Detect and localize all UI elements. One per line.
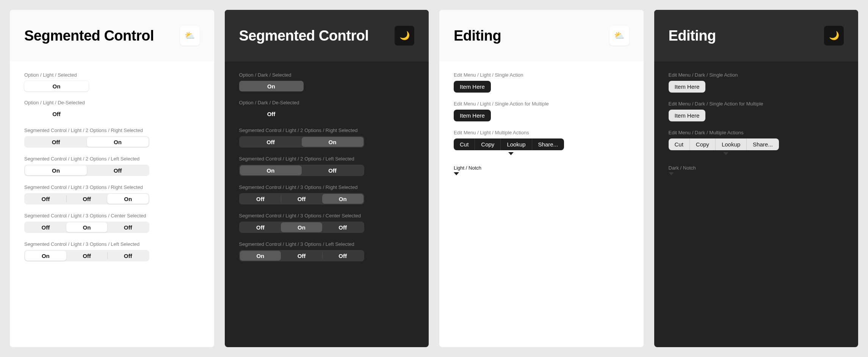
edit-menu[interactable]: Cut Copy Lookup Share... xyxy=(454,138,564,150)
edit-menu-item-copy[interactable]: Copy xyxy=(689,138,715,150)
seg-option[interactable]: Off xyxy=(25,194,66,204)
group-label: Segmented Control / Light / 3 Options / … xyxy=(24,241,200,247)
seg-3-right-group: Segmented Control / Light / 3 Options / … xyxy=(239,184,415,204)
segmented-control[interactable]: On Off Off xyxy=(24,250,149,261)
seg-2-left-group: Segmented Control / Light / 2 Options / … xyxy=(239,156,415,176)
seg-3-center-group: Segmented Control / Light / 3 Options / … xyxy=(239,213,415,233)
panel-header: Editing 🌙 xyxy=(654,10,859,61)
edit-menu[interactable]: Cut Copy Lookup Share... xyxy=(669,138,779,150)
group-label: Edit Menu / Light / Single Action for Mu… xyxy=(454,101,629,107)
seg-option[interactable]: Off xyxy=(281,194,322,204)
caret-down-icon xyxy=(723,150,729,157)
edit-menu-item[interactable]: Item Here xyxy=(454,81,491,93)
group-label: Edit Menu / Dark / Single Action xyxy=(669,72,844,78)
segmented-control[interactable]: On Off Off xyxy=(239,250,364,261)
group-label: Segmented Control / Light / 3 Options / … xyxy=(239,184,415,190)
seg-option[interactable]: On xyxy=(107,194,149,204)
option-selected[interactable]: On xyxy=(24,81,89,91)
seg-option[interactable]: On xyxy=(240,165,302,175)
seg-option[interactable]: Off xyxy=(322,251,363,261)
seg-option[interactable]: On xyxy=(87,137,149,147)
edit-menu-item-share[interactable]: Share... xyxy=(532,138,564,150)
seg-option[interactable]: On xyxy=(240,251,281,261)
group-label: Segmented Control / Light / 3 Options / … xyxy=(24,184,200,190)
group-label: Option / Light / Selected xyxy=(24,72,200,78)
seg-3-right-group: Segmented Control / Light / 3 Options / … xyxy=(24,184,200,204)
group-label: Segmented Control / Light / 2 Options / … xyxy=(239,156,415,162)
seg-option[interactable]: Off xyxy=(302,165,363,175)
edit-menu-item[interactable]: Item Here xyxy=(669,81,706,93)
edit-menu-item[interactable]: Item Here xyxy=(454,110,491,121)
editing-panel-dark: Editing 🌙 Edit Menu / Dark / Single Acti… xyxy=(654,10,859,347)
seg-option[interactable]: On xyxy=(322,194,363,204)
option-selected[interactable]: On xyxy=(239,81,304,91)
seg-option[interactable]: Off xyxy=(25,222,66,232)
seg-option[interactable]: On xyxy=(281,222,322,232)
seg-option[interactable]: Off xyxy=(240,222,281,232)
segmented-control[interactable]: Off Off On xyxy=(24,193,149,204)
edit-menu-item-cut[interactable]: Cut xyxy=(454,138,475,150)
seg-option[interactable]: On xyxy=(302,137,363,147)
edit-menu-item-lookup[interactable]: Lookup xyxy=(715,138,746,150)
edit-menu[interactable]: Item Here xyxy=(454,110,491,121)
notch-group: Light / Notch xyxy=(454,165,629,175)
seg-option[interactable]: Off xyxy=(66,194,108,204)
segmented-control[interactable]: Off On xyxy=(24,136,149,148)
seg-option[interactable]: Off xyxy=(25,137,87,147)
option-deselected[interactable]: Off xyxy=(24,109,89,119)
sun-behind-cloud-icon: ⛅ xyxy=(180,26,200,46)
segmented-control[interactable]: On Off xyxy=(24,165,149,176)
option-selected-group: Option / Dark / Selected On xyxy=(239,72,415,91)
group-label: Segmented Control / Light / 2 Options / … xyxy=(239,127,415,133)
panel-body: Edit Menu / Light / Single Action Item H… xyxy=(439,61,644,190)
group-label: Edit Menu / Light / Multiple Actions xyxy=(454,130,629,135)
group-label: Light / Notch xyxy=(454,165,481,171)
moon-icon: 🌙 xyxy=(395,26,414,46)
group-label: Edit Menu / Light / Single Action xyxy=(454,72,629,78)
segmented-control[interactable]: Off On xyxy=(239,136,364,148)
seg-option[interactable]: Off xyxy=(66,251,108,261)
panel-title: Editing xyxy=(669,28,716,44)
seg-option[interactable]: On xyxy=(66,222,108,232)
panel-header: Segmented Control ⛅ xyxy=(10,10,214,61)
edit-menu-item-cut[interactable]: Cut xyxy=(669,138,689,150)
seg-option[interactable]: Off xyxy=(107,222,149,232)
seg-2-right-group: Segmented Control / Light / 2 Options / … xyxy=(24,127,200,148)
option-deselected-group: Option / Dark / De-Selected Off xyxy=(239,100,415,119)
edit-menu-item-lookup[interactable]: Lookup xyxy=(500,138,531,150)
panel-header: Editing ⛅ xyxy=(439,10,644,61)
edit-menu-item[interactable]: Item Here xyxy=(669,110,706,121)
seg-option[interactable]: Off xyxy=(240,194,281,204)
edit-menu[interactable]: Item Here xyxy=(454,81,491,93)
seg-option[interactable]: On xyxy=(25,165,87,175)
edit-menu[interactable]: Item Here xyxy=(669,110,706,121)
edit-multiple-group: Edit Menu / Light / Multiple Actions Cut… xyxy=(454,130,629,157)
group-label: Segmented Control / Light / 3 Options / … xyxy=(239,213,415,219)
option-deselected[interactable]: Off xyxy=(239,109,304,119)
seg-option[interactable]: Off xyxy=(322,222,363,232)
seg-option[interactable]: Off xyxy=(87,165,149,175)
edit-menu[interactable]: Item Here xyxy=(669,81,706,93)
edit-menu-item-copy[interactable]: Copy xyxy=(475,138,500,150)
moon-icon: 🌙 xyxy=(824,26,844,46)
group-label: Option / Dark / De-Selected xyxy=(239,100,415,105)
seg-option[interactable]: Off xyxy=(281,251,322,261)
segmented-control[interactable]: On Off xyxy=(239,165,364,176)
segmented-control-panel-dark: Segmented Control 🌙 Option / Dark / Sele… xyxy=(225,10,429,347)
seg-option[interactable]: Off xyxy=(240,137,302,147)
seg-3-left-group: Segmented Control / Light / 3 Options / … xyxy=(24,241,200,261)
seg-option[interactable]: On xyxy=(25,251,66,261)
seg-3-center-group: Segmented Control / Light / 3 Options / … xyxy=(24,213,200,233)
svg-marker-3 xyxy=(669,172,674,175)
option-deselected-group: Option / Light / De-Selected Off xyxy=(24,100,200,119)
panel-body: Edit Menu / Dark / Single Action Item He… xyxy=(654,61,859,190)
segmented-control[interactable]: Off On Off xyxy=(239,222,364,233)
seg-option[interactable]: Off xyxy=(107,251,149,261)
group-label: Dark / Notch xyxy=(669,165,696,171)
edit-single-group: Edit Menu / Dark / Single Action Item He… xyxy=(669,72,844,93)
edit-single-multiple-group: Edit Menu / Dark / Single Action for Mul… xyxy=(669,101,844,121)
panel-body: Option / Light / Selected On Option / Li… xyxy=(10,61,214,277)
edit-menu-item-share[interactable]: Share... xyxy=(746,138,779,150)
segmented-control[interactable]: Off On Off xyxy=(24,222,149,233)
segmented-control[interactable]: Off Off On xyxy=(239,193,364,204)
